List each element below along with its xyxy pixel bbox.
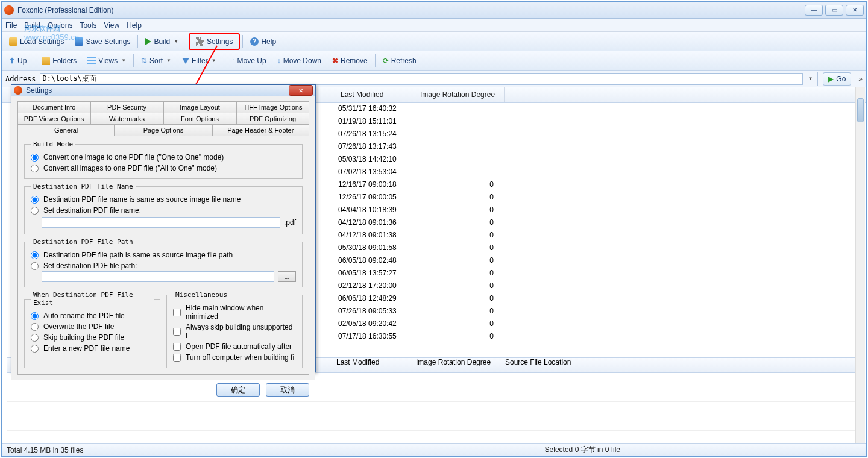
remove-icon: ✖	[332, 57, 338, 65]
help-icon: ?	[250, 37, 259, 46]
chevron-down-icon: ▼	[212, 58, 216, 63]
minimize-button[interactable]: —	[805, 5, 823, 16]
cell-last-modified: 02/12/18 17:20:00	[336, 280, 415, 293]
exist-skip[interactable]: Skip building the PDF file	[31, 332, 154, 343]
menu-tools[interactable]: Tools	[80, 21, 96, 30]
menu-view[interactable]: View	[104, 21, 119, 30]
help-button[interactable]: ?Help	[245, 35, 281, 48]
col-last-modified-b[interactable]: Last Modified	[336, 358, 416, 372]
address-input[interactable]	[40, 73, 804, 85]
col-rotation[interactable]: Image Rotation Degree	[415, 87, 505, 102]
refresh-button[interactable]: ⟳Refresh	[378, 54, 421, 67]
folders-button[interactable]: Folders	[37, 54, 81, 67]
table-row[interactable]: 06/05/18 09:02:480	[336, 255, 855, 268]
dest-name-same[interactable]: Destination PDF file name is same as sou…	[31, 194, 296, 205]
tab-page-options[interactable]: Page Options	[115, 124, 212, 136]
cell-rotation	[415, 103, 505, 116]
vertical-scrollbar[interactable]	[855, 87, 865, 443]
table-row[interactable]: 05/31/17 16:40:32	[336, 103, 855, 116]
close-button[interactable]: ✕	[846, 5, 864, 16]
dest-name-input[interactable]	[42, 217, 280, 228]
dialog-close-button[interactable]: ✕	[289, 85, 313, 96]
tab-general[interactable]: General	[17, 124, 115, 136]
col-rotation-b[interactable]: Image Rotation Degree	[416, 358, 505, 372]
table-row[interactable]: 07/02/18 13:53:04	[336, 166, 855, 179]
table-row[interactable]	[7, 416, 855, 431]
address-label: Address	[5, 75, 36, 83]
menu-file[interactable]: File	[5, 21, 17, 30]
table-row[interactable]: 05/30/18 09:01:580	[336, 242, 855, 255]
tab-page-header-footer[interactable]: Page Header & Footer	[212, 124, 309, 136]
exist-overwrite[interactable]: Overwrite the PDF file	[31, 321, 154, 332]
exist-rename[interactable]: Auto rename the PDF file	[31, 310, 154, 321]
tab-watermarks[interactable]: Watermarks	[90, 113, 163, 125]
menu-build[interactable]: Build	[24, 21, 40, 30]
up-button[interactable]: ⬆Up	[4, 54, 31, 67]
tab-tiff-image-options[interactable]: TIFF Image Options	[236, 101, 309, 113]
tab-document-info[interactable]: Document Info	[17, 101, 90, 113]
tab-pdf-optimizing[interactable]: PDF Optimizing	[236, 113, 309, 125]
moveup-button[interactable]: ↑Move Up	[227, 54, 271, 67]
tab-pdf-viewer-options[interactable]: PDF Viewer Options	[17, 113, 90, 125]
table-row[interactable]: 12/26/17 09:00:050	[336, 192, 855, 204]
cell-rotation: 0	[415, 179, 505, 192]
load-settings-button[interactable]: Load Settings	[4, 35, 69, 48]
tab-font-options[interactable]: Font Options	[163, 113, 236, 125]
overflow-icon[interactable]: »	[858, 75, 863, 83]
table-row[interactable]: 07/17/18 16:30:550	[336, 331, 855, 344]
misc-open-after[interactable]: Open PDF file automatically after	[173, 341, 296, 352]
save-icon	[75, 37, 83, 46]
cell-last-modified: 12/16/17 09:00:18	[336, 179, 415, 192]
table-row[interactable]: 05/03/18 14:42:10	[336, 154, 855, 166]
tab-pdf-security[interactable]: PDF Security	[90, 101, 163, 113]
build-mode-all-to-one[interactable]: Convert all images to one PDF file ("All…	[31, 163, 296, 174]
dest-path-same[interactable]: Destination PDF file path is same as sou…	[31, 249, 296, 260]
table-row[interactable]	[7, 402, 855, 416]
table-row[interactable]: 04/12/18 09:01:380	[336, 230, 855, 242]
misc-shutdown[interactable]: Turn off computer when building fi	[173, 352, 296, 363]
tab-image-layout[interactable]: Image Layout	[163, 101, 236, 113]
menu-options[interactable]: Options	[48, 21, 72, 30]
exist-enter-new[interactable]: Enter a new PDF file name	[31, 343, 154, 354]
settings-button[interactable]: Settings	[189, 33, 240, 50]
build-button[interactable]: Build▼	[140, 35, 183, 48]
table-row[interactable]: 06/06/18 12:48:290	[336, 293, 855, 306]
dest-path-set[interactable]: Set destination PDF file path:	[31, 260, 296, 271]
remove-button[interactable]: ✖Remove	[327, 54, 373, 67]
build-mode-one-to-one[interactable]: Convert one image to one PDF file ("One …	[31, 152, 296, 163]
sort-button[interactable]: ⇅Sort▼	[136, 54, 176, 67]
cell-last-modified: 02/05/18 09:20:42	[336, 318, 415, 331]
views-button[interactable]: Views▼	[83, 54, 131, 67]
misc-skip-unsupported[interactable]: Always skip building unsupported f	[173, 322, 296, 341]
save-settings-button[interactable]: Save Settings	[70, 35, 135, 48]
movedown-button[interactable]: ↓Move Down	[272, 54, 326, 67]
statusbar: Total 4.15 MB in 35 files Selected 0 字节 …	[2, 443, 866, 456]
maximize-button[interactable]: ▭	[825, 5, 843, 16]
ok-button[interactable]: 确定	[216, 383, 260, 397]
dest-path-input[interactable]	[42, 271, 274, 282]
go-button[interactable]: ▶Go	[823, 72, 851, 86]
col-last-modified[interactable]: Last Modified	[336, 87, 415, 102]
table-row[interactable]: 07/26/18 09:05:330	[336, 306, 855, 318]
cancel-button[interactable]: 取消	[266, 383, 309, 397]
filter-button[interactable]: Filter▼	[177, 54, 221, 67]
table-row[interactable]: 02/12/18 17:20:000	[336, 280, 855, 293]
chevron-down-icon[interactable]: ▼	[808, 76, 813, 81]
browse-button[interactable]: ...	[278, 271, 296, 282]
table-row[interactable]: 04/04/18 10:18:390	[336, 204, 855, 217]
cell-last-modified: 05/03/18 14:42:10	[336, 154, 415, 166]
table-row[interactable]: 07/26/18 13:17:43	[336, 141, 855, 154]
dest-name-group: Destination PDF File Name Destination PD…	[24, 183, 303, 234]
cell-rotation: 0	[415, 192, 505, 204]
col-source-b[interactable]: Source File Location	[505, 358, 604, 372]
table-row[interactable]: 12/16/17 09:00:180	[336, 179, 855, 192]
table-row[interactable]: 07/26/18 13:15:24	[336, 128, 855, 141]
table-row[interactable]: 06/05/18 13:57:270	[336, 268, 855, 280]
dest-name-set[interactable]: Set destination PDF file name:	[31, 205, 296, 216]
cell-rotation: 0	[415, 255, 505, 268]
table-row[interactable]: 04/12/18 09:01:360	[336, 217, 855, 230]
menu-help[interactable]: Help	[127, 21, 142, 30]
table-row[interactable]: 02/05/18 09:20:420	[336, 318, 855, 331]
table-row[interactable]: 01/19/18 15:11:01	[336, 116, 855, 128]
misc-hide-minimized[interactable]: Hide main window when minimized	[173, 303, 296, 322]
